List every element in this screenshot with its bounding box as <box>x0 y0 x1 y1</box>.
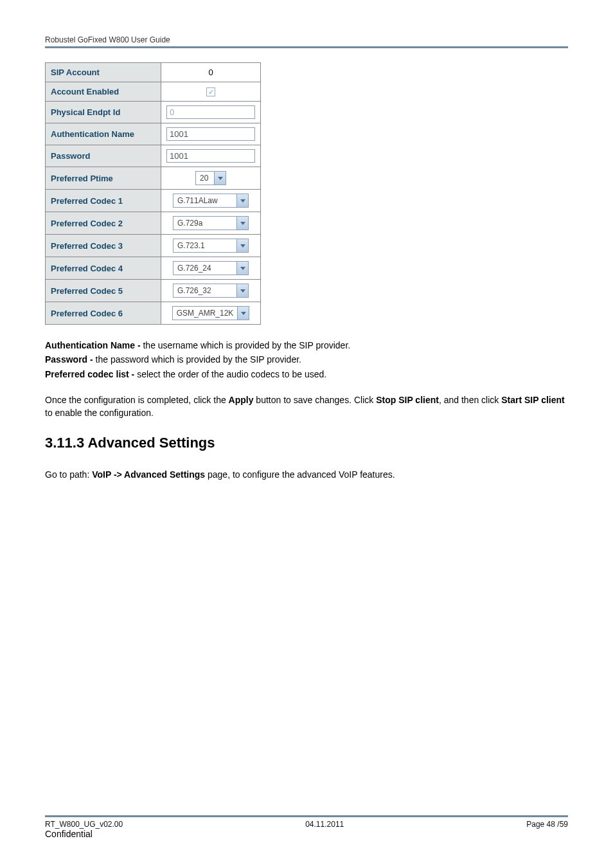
select-value: GSM_AMR_12K <box>173 307 238 320</box>
table-row: Physical Endpt Id0 <box>46 102 261 123</box>
table-row: Account Enabled✓ <box>46 82 261 102</box>
sip-config-table: SIP Account0Account Enabled✓Physical End… <box>45 62 261 325</box>
table-row: Preferred Codec 1G.711ALaw <box>46 190 261 212</box>
config-label: Preferred Codec 3 <box>46 235 161 257</box>
select-value: G.711ALaw <box>173 194 236 207</box>
config-value: 1001 <box>161 123 261 145</box>
config-value: G.723.1 <box>161 235 261 257</box>
chevron-down-icon[interactable] <box>236 217 248 230</box>
config-label: Account Enabled <box>46 82 161 102</box>
footer-doc-id: RT_W800_UG_v02.00 <box>45 820 123 829</box>
table-row: Preferred Codec 2G.729a <box>46 212 261 235</box>
table-row: Preferred Ptime20 <box>46 167 261 190</box>
preferred-ptime-select[interactable]: 20 <box>195 171 226 185</box>
table-row: Preferred Codec 4G.726_24 <box>46 257 261 280</box>
codec-list-desc: select the order of the audio codecs to … <box>134 369 326 379</box>
config-label: SIP Account <box>46 63 161 82</box>
header-rule <box>45 46 568 48</box>
select-value: 20 <box>196 172 214 185</box>
config-label: Preferred Codec 6 <box>46 302 161 325</box>
preferred-codec-5-select[interactable]: G.726_32 <box>173 284 249 298</box>
config-value: G.726_24 <box>161 257 261 280</box>
authentication-name-input[interactable]: 1001 <box>166 127 255 141</box>
instruction-paragraph: Once the configuration is completed, cli… <box>45 393 568 420</box>
chevron-down-icon[interactable] <box>237 307 249 320</box>
footer-date: 04.11.2011 <box>305 820 344 829</box>
config-value: 1001 <box>161 145 261 167</box>
definitions: Authentication Name - the username which… <box>45 339 568 381</box>
config-value: 0 <box>161 63 261 82</box>
auth-name-desc: the username which is provided by the SI… <box>141 340 351 350</box>
chevron-down-icon[interactable] <box>236 194 248 207</box>
preferred-codec-3-select[interactable]: G.723.1 <box>173 239 249 253</box>
table-row: Preferred Codec 6GSM_AMR_12K <box>46 302 261 325</box>
table-row: Preferred Codec 5G.726_32 <box>46 280 261 302</box>
section-heading: 3.11.3 Advanced Settings <box>45 435 568 451</box>
checkmark-icon: ✓ <box>208 89 214 96</box>
select-value: G.723.1 <box>173 239 236 252</box>
config-value: G.711ALaw <box>161 190 261 212</box>
footer-confidential: Confidential <box>45 829 568 839</box>
table-row: Password1001 <box>46 145 261 167</box>
config-label: Preferred Codec 2 <box>46 212 161 235</box>
account-enabled-checkbox[interactable]: ✓ <box>206 87 215 96</box>
chevron-down-icon[interactable] <box>214 172 226 185</box>
table-row: SIP Account0 <box>46 63 261 82</box>
preferred-codec-2-select[interactable]: G.729a <box>173 216 249 230</box>
select-value: G.729a <box>173 217 236 230</box>
config-value: G.726_32 <box>161 280 261 302</box>
select-value: G.726_24 <box>173 262 236 275</box>
footer-page: Page 48 /59 <box>526 820 568 829</box>
codec-list-label: Preferred codec list - <box>45 369 134 379</box>
select-value: G.726_32 <box>173 284 236 297</box>
config-value: ✓ <box>161 82 261 102</box>
footer-rule <box>45 815 568 817</box>
path-instruction: Go to path: VoIP -> Advanced Settings pa… <box>45 468 568 481</box>
config-value: 20 <box>161 167 261 190</box>
config-label: Password <box>46 145 161 167</box>
config-value: GSM_AMR_12K <box>161 302 261 325</box>
config-label: Preferred Ptime <box>46 167 161 190</box>
config-label: Preferred Codec 4 <box>46 257 161 280</box>
config-value: 0 <box>161 102 261 123</box>
chevron-down-icon[interactable] <box>236 284 248 297</box>
config-label: Preferred Codec 5 <box>46 280 161 302</box>
config-label: Authentication Name <box>46 123 161 145</box>
physical-endpt-id-input[interactable]: 0 <box>166 105 255 119</box>
config-label: Preferred Codec 1 <box>46 190 161 212</box>
table-row: Authentication Name1001 <box>46 123 261 145</box>
table-row: Preferred Codec 3G.723.1 <box>46 235 261 257</box>
config-label: Physical Endpt Id <box>46 102 161 123</box>
password-desc: the password which is provided by the SI… <box>93 354 301 365</box>
chevron-down-icon[interactable] <box>236 262 248 275</box>
config-value: G.729a <box>161 212 261 235</box>
preferred-codec-4-select[interactable]: G.726_24 <box>173 261 249 275</box>
password-input[interactable]: 1001 <box>166 149 255 163</box>
footer: RT_W800_UG_v02.00 04.11.2011 Page 48 /59… <box>45 815 568 839</box>
chevron-down-icon[interactable] <box>236 239 248 252</box>
preferred-codec-6-select[interactable]: GSM_AMR_12K <box>172 306 250 320</box>
preferred-codec-1-select[interactable]: G.711ALaw <box>173 194 249 208</box>
auth-name-label: Authentication Name - <box>45 340 141 350</box>
password-label: Password - <box>45 354 93 365</box>
doc-header: Robustel GoFixed W800 User Guide <box>45 35 568 44</box>
